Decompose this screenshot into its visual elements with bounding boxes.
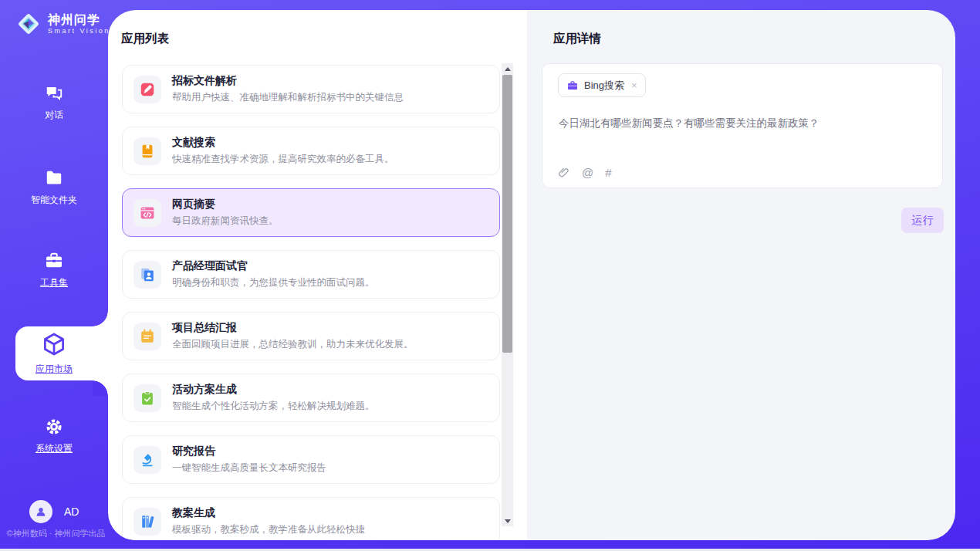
- app-list-title: 应用列表: [121, 31, 169, 47]
- active-tab-top-curve: [93, 311, 108, 326]
- scrollbar-thumb[interactable]: [502, 75, 512, 353]
- scroll-down-button[interactable]: [502, 516, 513, 526]
- user-name: AD: [64, 505, 79, 518]
- sidebar-item-chat[interactable]: 对话: [0, 83, 108, 122]
- app-title: 招标文件解析: [172, 74, 404, 88]
- app-icon-tile: [133, 323, 161, 350]
- paperclip-icon[interactable]: [557, 166, 570, 179]
- browser-code-icon: [139, 205, 156, 221]
- app-card[interactable]: 研究报告一键智能生成高质量长文本研究报告: [122, 435, 500, 484]
- app-title: 文献搜索: [172, 136, 394, 150]
- toolbox-icon: [44, 251, 64, 271]
- avatar-person-icon: [34, 505, 48, 519]
- hash-icon[interactable]: #: [605, 166, 611, 179]
- app-icon-tile: [133, 137, 161, 165]
- book-icon: [139, 143, 156, 160]
- app-logo: 神州问学 Smart Vision: [15, 11, 110, 37]
- folder-icon: [44, 168, 64, 188]
- sidebar-item-settings[interactable]: 系统设置: [0, 417, 108, 455]
- composer-toolbar: @ #: [557, 166, 612, 179]
- app-card[interactable]: 网页摘要每日政府新闻资讯快查。: [122, 188, 500, 237]
- app-card-list: 招标文件解析帮助用户快速、准确地理解和解析招标书中的关键信息文献搜索快速精准查找…: [122, 65, 500, 540]
- chat-icon: [44, 83, 64, 103]
- app-card[interactable]: 项目总结汇报全面回顾项目进展，总结经验教训，助力未来优化发展。: [122, 312, 500, 360]
- scroll-down-arrow-icon: [505, 519, 511, 523]
- clipboard-check-icon: [139, 390, 156, 407]
- app-icon-tile: [133, 508, 161, 536]
- app-desc: 全面回顾项目进展，总结经验教训，助力未来优化发展。: [172, 338, 414, 351]
- app-title: 研究报告: [172, 445, 326, 458]
- books-icon: [139, 513, 156, 530]
- app-card[interactable]: 文献搜索快速精准查找学术资源，提高研究效率的必备工具。: [122, 127, 500, 175]
- avatar[interactable]: [29, 500, 52, 523]
- gear-icon: [44, 417, 64, 437]
- query-composer-card[interactable]: Bing搜索 × 今日湖北有哪些新闻要点？有哪些需要关注的最新政策？ @ #: [542, 63, 943, 188]
- app-detail-panel: 应用详情 Bing搜索 × 今日湖北有哪些新闻要点？有哪些需要关注的最新政策？ …: [527, 10, 955, 540]
- sidebar-item-label: 智能文件夹: [31, 194, 77, 207]
- pen-square-icon: [139, 81, 156, 98]
- active-tab-bottom-curve: [93, 380, 108, 396]
- user-account[interactable]: AD: [29, 500, 79, 523]
- app-icon-tile: [133, 384, 161, 412]
- tag-close-icon[interactable]: ×: [631, 79, 637, 91]
- app-icon-tile: [133, 261, 161, 289]
- scrollbar[interactable]: [502, 63, 513, 526]
- app-card[interactable]: 招标文件解析帮助用户快速、准确地理解和解析招标书中的关键信息: [122, 65, 500, 113]
- diamond-logo-icon: [15, 11, 42, 37]
- brand-name: 神州问学: [48, 13, 110, 27]
- app-desc: 一键智能生成高质量长文本研究报告: [172, 461, 326, 475]
- mention-icon[interactable]: @: [582, 166, 593, 179]
- cube-icon: [41, 331, 67, 357]
- app-title: 项目总结汇报: [172, 321, 414, 335]
- tool-tag-label: Bing搜索: [584, 79, 624, 93]
- microscope-icon: [139, 451, 156, 468]
- app-desc: 明确身份和职责，为您提供专业性的面试问题。: [172, 276, 375, 289]
- app-card[interactable]: 教案生成模板驱动，教案秒成，教学准备从此轻松快捷: [122, 497, 500, 540]
- copyright-footer: ©神州数码 · 神州问学出品: [0, 528, 112, 539]
- interviewer-icon: [139, 266, 156, 283]
- briefcase-icon: [566, 79, 579, 92]
- app-title: 活动方案生成: [172, 383, 375, 397]
- calendar-note-icon: [139, 328, 156, 345]
- app-icon-tile: [133, 446, 161, 474]
- run-button[interactable]: 运行: [901, 208, 944, 233]
- app-list-panel: 应用列表 招标文件解析帮助用户快速、准确地理解和解析招标书中的关键信息文献搜索快…: [108, 10, 527, 540]
- app-icon-tile: [133, 199, 161, 227]
- app-icon-tile: [133, 76, 161, 103]
- sidebar-item-label: 工具集: [40, 276, 68, 289]
- app-desc: 模板驱动，教案秒成，教学准备从此轻松快捷: [172, 523, 365, 536]
- app-title: 网页摘要: [172, 198, 279, 211]
- sidebar-item-toolset[interactable]: 工具集: [0, 251, 108, 289]
- app-desc: 每日政府新闻资讯快查。: [172, 215, 279, 228]
- app-title: 产品经理面试官: [172, 259, 375, 273]
- sidebar-item-label: 应用市场: [35, 363, 73, 376]
- sidebar-item-app-market[interactable]: 应用市场: [0, 331, 108, 376]
- sidebar-item-label: 系统设置: [35, 442, 73, 455]
- sidebar-item-label: 对话: [45, 109, 63, 122]
- scroll-up-arrow-icon: [505, 67, 511, 71]
- app-card[interactable]: 产品经理面试官明确身份和职责，为您提供专业性的面试问题。: [122, 250, 500, 299]
- app-card[interactable]: 活动方案生成智能生成个性化活动方案，轻松解决规划难题。: [122, 374, 500, 422]
- app-desc: 快速精准查找学术资源，提高研究效率的必备工具。: [172, 153, 394, 166]
- scroll-up-button[interactable]: [502, 63, 513, 74]
- app-desc: 帮助用户快速、准确地理解和解析招标书中的关键信息: [172, 91, 404, 104]
- tool-tag-bing-search[interactable]: Bing搜索 ×: [558, 73, 646, 97]
- brand-subtitle: Smart Vision: [48, 27, 110, 35]
- sidebar-item-smart-folders[interactable]: 智能文件夹: [0, 168, 108, 207]
- query-input[interactable]: 今日湖北有哪些新闻要点？有哪些需要关注的最新政策？: [559, 117, 927, 130]
- app-detail-title: 应用详情: [553, 31, 601, 47]
- app-desc: 智能生成个性化活动方案，轻松解决规划难题。: [172, 400, 375, 413]
- app-title: 教案生成: [172, 506, 365, 520]
